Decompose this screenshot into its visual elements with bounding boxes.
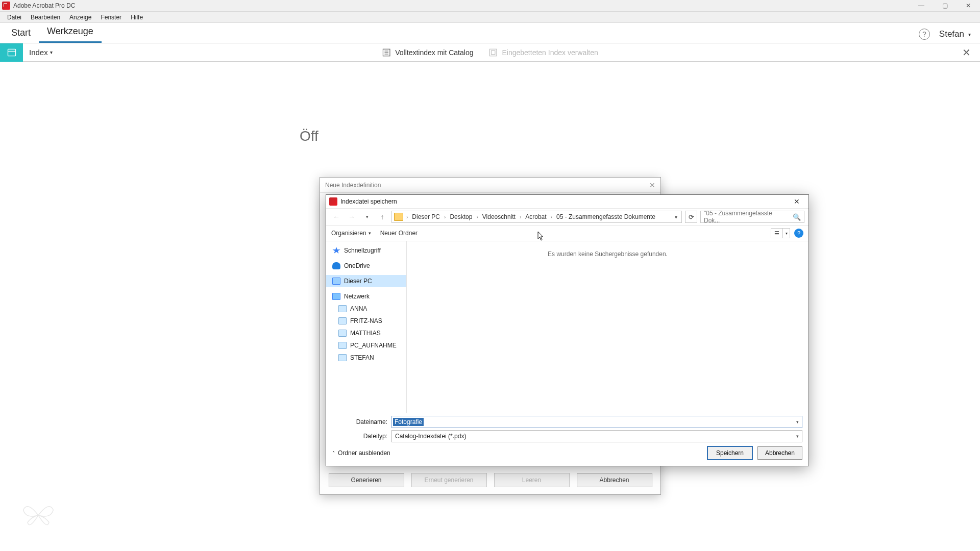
address-nav-row: ← → ▾ ↑ › Dieser PC› Desktop› Videoschni… [326, 209, 808, 225]
nav-host-stefan[interactable]: STEFAN [326, 352, 406, 364]
background-truncated-text: Öff [300, 128, 318, 144]
cancel-index-button[interactable]: Abbrechen [577, 473, 652, 487]
filetype-label: Dateityp: [332, 433, 391, 440]
tab-start[interactable]: Start [3, 24, 39, 43]
dialog-title: Neue Indexdefinition [325, 182, 381, 189]
crumb-current-folder[interactable]: 05 - Zusammengefasste Dokumente [555, 213, 656, 220]
star-icon [332, 247, 340, 254]
fulltext-catalog-button[interactable]: Volltextindex mit Catalog [382, 48, 473, 57]
nav-host-fritz[interactable]: FRITZ-NAS [326, 315, 406, 327]
crumb-videoschnitt[interactable]: Videoschnitt [481, 213, 517, 220]
primary-tabs: Start Werkzeuge ? Stefan ▾ [0, 23, 980, 43]
watermark-butterfly-icon [20, 497, 56, 533]
nav-this-pc[interactable]: Dieser PC [326, 275, 406, 287]
computer-icon [338, 330, 347, 337]
no-results-text: Es wurden keine Suchergebnisse gefunden. [548, 251, 668, 258]
close-save-dialog-button[interactable]: ✕ [788, 197, 808, 206]
menu-view[interactable]: Anzeige [65, 12, 96, 22]
menu-file[interactable]: Datei [3, 12, 26, 22]
refresh-button[interactable]: ⟳ [685, 211, 697, 223]
save-form: Dateiname: Fotografie ▾ Dateityp: Catalo… [326, 413, 808, 466]
cancel-save-button[interactable]: Abbrechen [757, 446, 802, 460]
document-area: Öff Neue Indexdefinition ✕ Generieren Er… [0, 62, 980, 551]
filetype-value: Catalog-Indexdatei (*.pdx) [392, 433, 466, 440]
folder-icon [394, 213, 403, 221]
nav-host-recording[interactable]: PC_AUFNAHME [326, 339, 406, 352]
clear-button: Leeren [494, 473, 570, 487]
nav-quick-access[interactable]: Schnellzugriff [326, 244, 406, 257]
filename-input[interactable]: Fotografie ▾ [391, 416, 802, 428]
close-tool-button[interactable]: ✕ [962, 46, 971, 59]
file-list-pane[interactable]: Es wurden keine Suchergebnisse gefunden. [407, 241, 808, 413]
manage-embedded-index-button: Eingebetteten Index verwalten [488, 48, 598, 57]
crumb-acrobat[interactable]: Acrobat [524, 213, 547, 220]
nav-onedrive[interactable]: OneDrive [326, 260, 406, 272]
breadcrumb-address-bar[interactable]: › Dieser PC› Desktop› Videoschnitt› Acro… [391, 211, 682, 223]
crumb-this-pc[interactable]: Dieser PC [411, 213, 441, 220]
maximize-button[interactable]: ▢ [933, 0, 957, 12]
filename-label: Dateiname: [332, 418, 391, 425]
view-mode-dropdown[interactable]: ▾ [783, 228, 790, 238]
minimize-button[interactable]: — [910, 0, 933, 12]
nav-back-button[interactable]: ← [330, 211, 342, 223]
index-dropdown[interactable]: Index ▾ [23, 48, 53, 57]
filename-value: Fotografie [393, 418, 424, 426]
pc-icon [332, 278, 340, 285]
chevron-up-icon: ˄ [332, 450, 335, 456]
user-menu[interactable]: Stefan [939, 29, 964, 39]
filetype-dropdown-icon: ▾ [793, 431, 802, 442]
tool-bar: Index ▾ Volltextindex mit Catalog Eingeb… [0, 43, 980, 62]
computer-icon [338, 342, 347, 349]
fulltext-label: Volltextindex mit Catalog [395, 48, 473, 57]
dialog-help-button[interactable]: ? [794, 229, 803, 238]
svg-rect-7 [492, 51, 496, 55]
filename-history-dropdown[interactable]: ▾ [793, 416, 802, 428]
regenerate-button: Erneut generieren [411, 473, 487, 487]
folder-search-input[interactable]: "05 - Zusammengefasste Dok... 🔍 [700, 211, 804, 223]
organize-toolbar: Organisieren ▾ Neuer Ordner ☰ ▾ ? [326, 225, 808, 241]
chevron-down-icon: ▾ [369, 231, 371, 236]
tab-tools[interactable]: Werkzeuge [39, 23, 102, 43]
save-dialog-title: Indexdatei speichern [340, 198, 397, 205]
help-icon[interactable]: ? [919, 29, 930, 40]
nav-host-anna[interactable]: ANNA [326, 303, 406, 315]
search-placeholder: "05 - Zusammengefasste Dok... [704, 210, 790, 224]
nav-host-matthias[interactable]: MATTHIAS [326, 327, 406, 339]
window-title: Adobe Acrobat Pro DC [13, 2, 75, 9]
computer-icon [338, 354, 347, 361]
chevron-down-icon: ▾ [968, 32, 971, 37]
window-titlebar: Adobe Acrobat Pro DC — ▢ ✕ [0, 0, 980, 12]
chevron-down-icon: ▾ [50, 49, 53, 55]
embedded-label: Eingebetteten Index verwalten [502, 48, 598, 57]
view-mode-button[interactable]: ☰ [771, 228, 783, 238]
nav-forward-button: → [346, 211, 358, 223]
filetype-select[interactable]: Catalog-Indexdatei (*.pdx) ▾ [391, 430, 802, 442]
index-tool-badge [0, 43, 23, 62]
new-folder-button[interactable]: Neuer Ordner [380, 230, 418, 237]
nav-recent-dropdown[interactable]: ▾ [361, 211, 373, 223]
index-label: Index [29, 48, 48, 57]
network-icon [332, 293, 340, 300]
svg-rect-0 [8, 49, 15, 56]
generate-button[interactable]: Generieren [329, 473, 404, 487]
crumb-desktop[interactable]: Desktop [449, 213, 473, 220]
hide-folders-toggle[interactable]: ˄ Ordner ausblenden [332, 449, 390, 457]
organize-dropdown[interactable]: Organisieren ▾ [331, 230, 371, 237]
catalog-icon [382, 48, 391, 57]
embedded-index-icon [488, 48, 498, 57]
close-window-button[interactable]: ✕ [957, 0, 980, 12]
folder-nav-pane: Schnellzugriff OneDrive Dieser PC Netzwe… [326, 241, 407, 413]
menu-window[interactable]: Fenster [96, 12, 126, 22]
menu-edit[interactable]: Bearbeiten [26, 12, 65, 22]
app-menubar: Datei Bearbeiten Anzeige Fenster Hilfe [0, 12, 980, 23]
svg-rect-6 [490, 49, 497, 56]
close-icon[interactable]: ✕ [649, 181, 655, 189]
breadcrumb-dropdown-icon[interactable]: ▾ [673, 214, 679, 220]
nav-up-button[interactable]: ↑ [376, 211, 388, 223]
save-button[interactable]: Speichern [707, 446, 752, 460]
search-icon: 🔍 [793, 213, 801, 221]
acrobat-icon [2, 2, 10, 10]
cloud-icon [332, 262, 340, 269]
menu-help[interactable]: Hilfe [126, 12, 148, 22]
nav-network[interactable]: Netzwerk [326, 290, 406, 303]
